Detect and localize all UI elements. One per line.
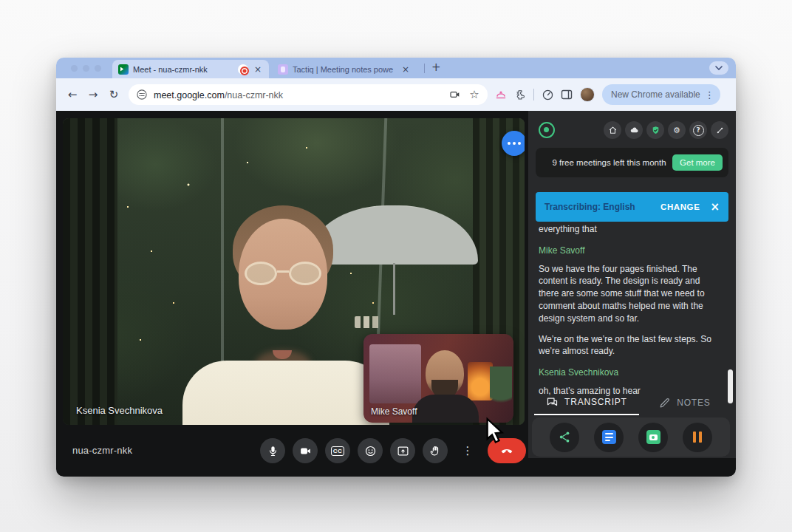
pip-plant-decor — [490, 366, 512, 411]
meet-bottom-bar: nua-czmr-nkk CC — [56, 425, 529, 477]
camera-icon — [646, 430, 660, 444]
home-icon[interactable] — [604, 121, 621, 139]
side-panel-icon[interactable] — [561, 89, 573, 100]
transcript-speaker: Mike Savoff — [539, 245, 718, 257]
tab-notes[interactable]: NOTES — [639, 390, 730, 415]
chrome-update-label: New Chrome available — [611, 89, 700, 100]
tab-close-icon[interactable]: × — [400, 64, 411, 75]
meeting-code-label: nua-czmr-nkk — [72, 445, 132, 456]
recording-indicator-icon — [238, 64, 248, 75]
desktop: Meet - nua-czmr-nkk × Tactiq | Meeting n… — [0, 0, 792, 532]
raise-hand-button[interactable] — [423, 438, 448, 463]
address-bar[interactable]: meet.google.com/nua-czmr-nkk ☆ — [129, 84, 488, 105]
video-tile-mike[interactable]: Mike Savoff — [363, 334, 513, 423]
site-info-icon[interactable] — [136, 89, 148, 100]
screenshot-button[interactable] — [638, 423, 668, 452]
chat-bubbles-icon — [546, 396, 559, 409]
new-tab-button[interactable]: + — [431, 61, 441, 74]
participant-ksenia — [168, 205, 397, 425]
microphone-button[interactable] — [260, 438, 285, 463]
address-bar-actions: ☆ — [449, 89, 480, 100]
close-banner-icon[interactable]: × — [710, 200, 720, 214]
participant-mike-body — [412, 395, 479, 423]
tab-tactiq[interactable]: Tactiq | Meeting notes powe × — [272, 60, 417, 78]
google-docs-icon — [602, 430, 616, 444]
help-icon[interactable]: ? — [689, 121, 707, 139]
window-close-button[interactable] — [71, 65, 78, 72]
window-zoom-button[interactable] — [95, 65, 101, 72]
browser-menu-kebab-icon[interactable]: ⋮ — [705, 89, 714, 100]
reload-button[interactable]: ↻ — [103, 88, 124, 101]
reactions-button[interactable] — [358, 438, 383, 463]
tactiq-header: ⚙ ? — [539, 120, 728, 140]
cloud-upload-icon[interactable] — [625, 121, 643, 139]
cc-icon: CC — [331, 446, 345, 456]
meet-favicon-icon — [118, 64, 129, 75]
participant-name-label: Ksenia Svechnikova — [76, 405, 163, 416]
chrome-update-button[interactable]: New Chrome available ⋮ — [602, 84, 720, 105]
lens-left — [245, 262, 277, 285]
forward-button[interactable]: → — [83, 88, 103, 101]
bookmark-star-icon[interactable]: ☆ — [468, 89, 480, 100]
transcribing-banner: Transcribing: English CHANGE × — [536, 192, 728, 222]
transcript-paragraph: So we have the four pages finished. The … — [539, 263, 718, 325]
tab-transcript[interactable]: TRANSCRIPT — [534, 390, 639, 415]
url-text: meet.google.com/nua-czmr-nkk — [154, 88, 283, 101]
glasses — [245, 262, 321, 287]
export-to-docs-button[interactable] — [594, 423, 624, 452]
get-more-button[interactable]: Get more — [672, 154, 723, 171]
video-left-frame — [63, 118, 117, 425]
tactiq-header-icons: ⚙ ? — [604, 121, 728, 139]
shirt — [182, 361, 389, 425]
settings-gear-icon[interactable]: ⚙ — [668, 121, 686, 139]
browser-toolbar: ← → ↻ meet.google.com/nua-czmr-nkk ☆ — [56, 78, 736, 111]
tactiq-tab-bar: TRANSCRIPT NOTES — [534, 390, 730, 415]
dot — [518, 142, 521, 145]
tab-search-chevron-button[interactable] — [709, 61, 728, 75]
shield-check-icon[interactable] — [646, 121, 664, 139]
tactiq-action-bar — [532, 417, 730, 457]
tab-close-icon[interactable]: × — [253, 64, 263, 75]
transcript-feed[interactable]: everything that Mike Savoff So we have t… — [539, 223, 718, 406]
quota-banner: 9 free meetings left this month Get more — [536, 148, 728, 177]
quota-text: 9 free meetings left this month — [546, 157, 672, 168]
extensions-puzzle-icon[interactable] — [514, 89, 526, 100]
url-host: meet.google.com — [154, 90, 225, 100]
share-network-icon — [558, 430, 572, 444]
transcript-continuation: everything that — [539, 223, 718, 236]
tactiq-logo-icon — [539, 122, 555, 138]
meet-content-area: Ksenia Svechnikova Mike Savoff — [56, 111, 736, 477]
pip-fireplace-decor — [468, 362, 493, 400]
transcript-paragraph: We’re on the we’re on the last few steps… — [539, 333, 718, 358]
present-screen-button[interactable] — [390, 438, 415, 463]
profile-avatar[interactable] — [580, 87, 595, 102]
share-button[interactable] — [550, 423, 579, 452]
participant-name-label: Mike Savoff — [371, 406, 417, 417]
tab-strip: Meet - nua-czmr-nkk × Tactiq | Meeting n… — [56, 58, 736, 78]
pencil-icon — [658, 397, 671, 409]
performance-icon[interactable] — [542, 89, 553, 100]
detach-panel-icon[interactable] — [711, 121, 728, 139]
browser-window: Meet - nua-czmr-nkk × Tactiq | Meeting n… — [56, 58, 736, 477]
tab-label: NOTES — [677, 398, 710, 408]
tab-title: Tactiq | Meeting notes powe — [293, 65, 396, 74]
tab-meet[interactable]: Meet - nua-czmr-nkk × — [112, 60, 269, 78]
tab-camera-indicator-icon[interactable] — [449, 89, 461, 100]
dot — [508, 142, 511, 145]
change-language-button[interactable]: CHANGE — [660, 202, 700, 211]
tab-label: TRANSCRIPT — [564, 397, 627, 407]
video-tile-ksenia[interactable]: Ksenia Svechnikova Mike Savoff — [63, 118, 525, 425]
chevron-down-icon — [715, 66, 723, 70]
question-mark: ? — [693, 125, 704, 136]
lens-right — [289, 262, 321, 285]
window-minimize-button[interactable] — [83, 65, 89, 72]
camera-button[interactable] — [293, 438, 318, 463]
tactiq-floating-bubble-button[interactable] — [502, 131, 525, 156]
more-options-button[interactable]: ⋮ — [455, 438, 480, 463]
pink-extension-icon[interactable] — [495, 89, 507, 100]
pip-window-decor — [369, 344, 421, 403]
pause-transcription-button[interactable] — [683, 423, 712, 452]
captions-button[interactable]: CC — [325, 438, 350, 463]
back-button[interactable]: ← — [62, 88, 83, 101]
tab-divider — [424, 64, 425, 73]
